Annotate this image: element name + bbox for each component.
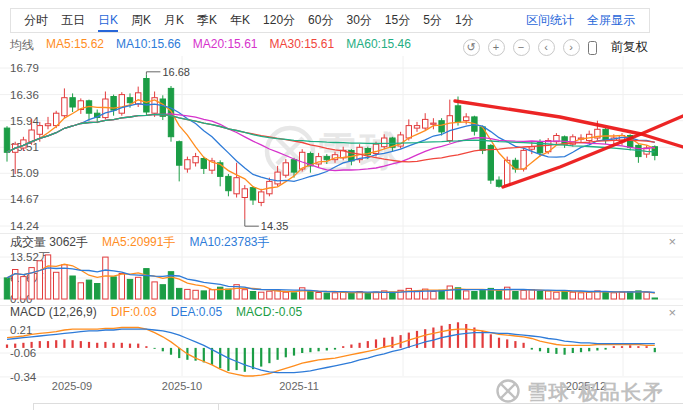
tab-15分[interactable]: 15分	[385, 9, 410, 32]
ma-legend-item: MA10:15.66	[116, 37, 181, 54]
candle	[439, 121, 444, 132]
candle	[324, 157, 329, 160]
ma-legend-item: MA20:15.61	[193, 37, 258, 54]
macd-title: MACD (12,26,9)	[10, 305, 97, 319]
candle	[488, 145, 493, 180]
macd-panel-header: MACD (12,26,9) DIF:0.03DEA:0.05MACD:-0.0…	[10, 305, 302, 319]
candle	[455, 106, 460, 122]
candle	[37, 126, 42, 135]
tab-月K[interactable]: 月K	[164, 9, 184, 32]
macd-dif-line	[7, 328, 655, 377]
svg-text:雪球·极品长矛: 雪球·极品长矛	[527, 381, 664, 403]
candle	[168, 88, 173, 136]
volume-panel-header: 成交量 3062手 MA5:20991手MA10:23783手	[10, 234, 269, 251]
candle	[185, 160, 190, 169]
price-axis-label: 15.94	[10, 115, 39, 127]
ma-legend: 均线 MA5:15.62MA10:15.66MA20:15.61MA30:15.…	[10, 37, 411, 54]
tab-日K[interactable]: 日K	[98, 9, 118, 32]
candle	[406, 126, 411, 138]
candle	[259, 192, 264, 203]
link-区间统计[interactable]: 区间统计	[526, 9, 574, 32]
date-axis-label: 2025-11	[279, 380, 319, 392]
zoom-out-icon[interactable]: −	[513, 39, 530, 56]
tab-120分[interactable]: 120分	[263, 9, 295, 32]
tab-60分[interactable]: 60分	[308, 9, 333, 32]
adjust-mode-button[interactable]: 前复权	[611, 39, 649, 56]
chart-controls: ↺+−‹›前复权	[463, 39, 649, 56]
tab-周K[interactable]: 周K	[131, 9, 151, 32]
candle	[414, 126, 419, 129]
candle	[242, 189, 247, 198]
candle	[603, 129, 608, 140]
macd-axis-label: -0.34	[10, 371, 37, 383]
indicator-value: DEA:0.05	[171, 305, 222, 319]
ma-legend-item: MA60:15.46	[346, 37, 411, 54]
macd-dea-line	[7, 329, 655, 372]
ma-legend-title: 均线	[10, 37, 34, 54]
annotation-label: 14.35	[261, 220, 289, 232]
reset-view-icon[interactable]: ↺	[463, 39, 480, 56]
tab-年K[interactable]: 年K	[230, 9, 250, 32]
candle	[291, 160, 296, 172]
candle	[193, 157, 198, 163]
mobile-icon[interactable]	[588, 41, 597, 55]
link-全屏显示[interactable]: 全屏显示	[587, 9, 635, 32]
price-axis-label: 15.09	[10, 167, 39, 179]
candle	[70, 98, 75, 107]
ma-legend-item: MA30:15.61	[269, 37, 334, 54]
volume-axis-label: 13.52万	[10, 251, 50, 263]
candle	[423, 119, 428, 128]
stock-chart-app: 16.7916.3615.9415.5115.0914.6714.2413.52…	[0, 0, 683, 410]
period-tabs: 分时五日日K周K月K季K年K120分60分30分15分5分1分	[24, 9, 487, 32]
price-axis-label: 14.67	[10, 193, 39, 205]
trend-line-annotation	[455, 101, 683, 147]
candle	[4, 128, 9, 152]
indicator-value: MACD:-0.05	[236, 305, 302, 319]
candle	[45, 124, 50, 126]
candle	[521, 150, 526, 169]
price-axis-label: 16.36	[10, 89, 39, 101]
candle	[283, 163, 288, 175]
pan-right-icon[interactable]: ›	[563, 39, 580, 56]
tab-五日[interactable]: 五日	[61, 9, 85, 32]
candle	[177, 142, 182, 166]
indicator-value: DIF:0.03	[111, 305, 157, 319]
candle	[226, 176, 231, 190]
candle	[119, 95, 124, 114]
tab-季K[interactable]: 季K	[197, 9, 217, 32]
candle	[382, 138, 387, 147]
candle	[127, 98, 132, 103]
candle	[464, 117, 469, 121]
candlestick-chart-canvas[interactable]: 16.7916.3615.9415.5115.0914.6714.2413.52…	[0, 0, 683, 410]
candle	[275, 172, 280, 184]
date-axis-label: 2025-09	[52, 380, 92, 392]
price-axis-label: 16.79	[10, 62, 39, 74]
tab-5分[interactable]: 5分	[423, 9, 442, 32]
zoom-in-icon[interactable]: +	[488, 39, 505, 56]
candle	[234, 178, 239, 194]
xueqiu-watermark-bottom: 雪球·极品长矛	[498, 381, 665, 404]
candle	[144, 79, 149, 113]
pan-left-icon[interactable]: ‹	[538, 39, 555, 56]
candle	[250, 188, 255, 200]
indicator-value: MA5:20991手	[102, 234, 175, 251]
candle	[62, 98, 67, 116]
tab-分时[interactable]: 分时	[24, 9, 48, 32]
candle	[136, 93, 141, 104]
toolbar-links: 区间统计全屏显示	[526, 9, 635, 32]
candle	[496, 180, 501, 186]
macd-close-icon[interactable]: ×	[668, 306, 676, 319]
tab-30分[interactable]: 30分	[346, 9, 371, 32]
ma-legend-item: MA5:15.62	[46, 37, 104, 54]
volume-close-icon[interactable]: ×	[668, 235, 676, 248]
annotation-label: 16.68	[162, 66, 190, 78]
candle	[431, 123, 436, 124]
volume-title: 成交量 3062手	[10, 234, 88, 251]
macd-axis-label: -0.06	[10, 347, 36, 359]
period-toolbar: 分时五日日K周K月K季K年K120分60分30分15分5分1分 区间统计全屏显示	[10, 8, 650, 33]
candle	[29, 130, 34, 142]
date-axis-label: 2025-10	[162, 380, 202, 392]
price-axis-label: 14.24	[10, 220, 39, 232]
tab-1分[interactable]: 1分	[455, 9, 474, 32]
candle	[201, 159, 206, 169]
